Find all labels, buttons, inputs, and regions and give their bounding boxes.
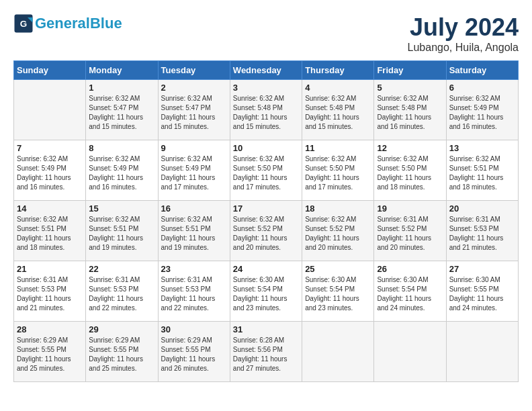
day-number: 5 — [377, 83, 443, 93]
month-title: July 2024 — [408, 13, 519, 42]
title-block: July 2024 Lubango, Huila, Angola — [408, 13, 519, 54]
logo-icon: G — [13, 13, 34, 34]
day-number: 30 — [161, 324, 227, 334]
day-info: Sunrise: 6:29 AMSunset: 5:55 PMDaylight:… — [17, 336, 83, 373]
day-info: Sunrise: 6:32 AMSunset: 5:51 PMDaylight:… — [89, 215, 154, 253]
day-info: Sunrise: 6:32 AMSunset: 5:52 PMDaylight:… — [233, 215, 299, 253]
calendar-cell: 25 Sunrise: 6:30 AMSunset: 5:54 PMDaylig… — [302, 261, 374, 322]
column-header-tuesday: Tuesday — [158, 61, 230, 80]
day-info: Sunrise: 6:32 AMSunset: 5:49 PMDaylight:… — [17, 154, 83, 192]
calendar-cell: 24 Sunrise: 6:30 AMSunset: 5:54 PMDaylig… — [230, 261, 302, 322]
day-info: Sunrise: 6:32 AMSunset: 5:51 PMDaylight:… — [161, 215, 227, 253]
calendar-cell: 9 Sunrise: 6:32 AMSunset: 5:49 PMDayligh… — [158, 140, 230, 201]
calendar-cell: 14 Sunrise: 6:32 AMSunset: 5:51 PMDaylig… — [14, 201, 86, 261]
column-header-saturday: Saturday — [446, 61, 518, 80]
calendar-cell: 28 Sunrise: 6:29 AMSunset: 5:55 PMDaylig… — [14, 322, 86, 382]
day-info: Sunrise: 6:32 AMSunset: 5:48 PMDaylight:… — [305, 94, 371, 132]
day-info: Sunrise: 6:32 AMSunset: 5:51 PMDaylight:… — [449, 154, 515, 192]
calendar-cell: 6 Sunrise: 6:32 AMSunset: 5:49 PMDayligh… — [446, 80, 518, 140]
page-header: G GeneralBlue July 2024 Lubango, Huila, … — [13, 13, 519, 54]
day-number: 27 — [449, 264, 515, 274]
day-number: 20 — [449, 203, 515, 214]
day-number: 25 — [305, 264, 371, 274]
day-info: Sunrise: 6:32 AMSunset: 5:52 PMDaylight:… — [305, 215, 371, 253]
day-number: 3 — [233, 83, 299, 93]
calendar-cell: 20 Sunrise: 6:31 AMSunset: 5:53 PMDaylig… — [446, 201, 518, 261]
day-number: 18 — [305, 203, 371, 214]
calendar-cell: 2 Sunrise: 6:32 AMSunset: 5:47 PMDayligh… — [158, 80, 230, 140]
column-header-thursday: Thursday — [302, 61, 374, 80]
calendar-cell: 4 Sunrise: 6:32 AMSunset: 5:48 PMDayligh… — [302, 80, 374, 140]
day-info: Sunrise: 6:32 AMSunset: 5:49 PMDaylight:… — [449, 94, 515, 132]
day-info: Sunrise: 6:32 AMSunset: 5:49 PMDaylight:… — [161, 154, 227, 192]
day-info: Sunrise: 6:31 AMSunset: 5:52 PMDaylight:… — [377, 215, 443, 253]
column-header-wednesday: Wednesday — [230, 61, 302, 80]
day-number: 7 — [17, 143, 83, 153]
day-number: 28 — [17, 324, 83, 334]
day-number: 21 — [17, 264, 83, 274]
day-number: 26 — [377, 264, 443, 274]
day-number: 10 — [233, 143, 299, 153]
svg-text:G: G — [20, 19, 28, 29]
day-number: 14 — [17, 203, 83, 214]
day-number: 24 — [233, 264, 299, 274]
day-number: 11 — [305, 143, 371, 153]
day-number: 17 — [233, 203, 299, 214]
day-info: Sunrise: 6:32 AMSunset: 5:51 PMDaylight:… — [17, 215, 83, 253]
calendar-cell — [374, 322, 446, 382]
calendar-cell: 13 Sunrise: 6:32 AMSunset: 5:51 PMDaylig… — [446, 140, 518, 201]
day-info: Sunrise: 6:29 AMSunset: 5:55 PMDaylight:… — [89, 336, 154, 373]
day-number: 13 — [449, 143, 515, 153]
day-number: 19 — [377, 203, 443, 214]
day-number: 29 — [89, 324, 154, 334]
day-number: 16 — [161, 203, 227, 214]
day-info: Sunrise: 6:32 AMSunset: 5:47 PMDaylight:… — [161, 94, 227, 132]
calendar-cell: 17 Sunrise: 6:32 AMSunset: 5:52 PMDaylig… — [230, 201, 302, 261]
calendar-table: SundayMondayTuesdayWednesdayThursdayFrid… — [13, 60, 519, 382]
calendar-cell: 5 Sunrise: 6:32 AMSunset: 5:48 PMDayligh… — [374, 80, 446, 140]
day-number: 2 — [161, 83, 227, 93]
calendar-cell: 22 Sunrise: 6:31 AMSunset: 5:53 PMDaylig… — [86, 261, 158, 322]
column-header-monday: Monday — [86, 61, 158, 80]
calendar-cell: 3 Sunrise: 6:32 AMSunset: 5:48 PMDayligh… — [230, 80, 302, 140]
calendar-cell: 8 Sunrise: 6:32 AMSunset: 5:49 PMDayligh… — [86, 140, 158, 201]
calendar-cell: 29 Sunrise: 6:29 AMSunset: 5:55 PMDaylig… — [86, 322, 158, 382]
calendar-cell: 27 Sunrise: 6:30 AMSunset: 5:55 PMDaylig… — [446, 261, 518, 322]
day-info: Sunrise: 6:32 AMSunset: 5:50 PMDaylight:… — [305, 154, 371, 192]
day-info: Sunrise: 6:32 AMSunset: 5:48 PMDaylight:… — [233, 94, 299, 132]
calendar-cell: 30 Sunrise: 6:29 AMSunset: 5:55 PMDaylig… — [158, 322, 230, 382]
day-info: Sunrise: 6:31 AMSunset: 5:53 PMDaylight:… — [449, 215, 515, 253]
day-number: 12 — [377, 143, 443, 153]
logo: G GeneralBlue — [13, 13, 122, 34]
calendar-cell: 12 Sunrise: 6:32 AMSunset: 5:50 PMDaylig… — [374, 140, 446, 201]
calendar-cell: 11 Sunrise: 6:32 AMSunset: 5:50 PMDaylig… — [302, 140, 374, 201]
day-number: 1 — [89, 83, 154, 93]
day-info: Sunrise: 6:30 AMSunset: 5:55 PMDaylight:… — [449, 275, 515, 313]
column-header-sunday: Sunday — [14, 61, 86, 80]
calendar-cell — [302, 322, 374, 382]
logo-text: GeneralBlue — [35, 15, 122, 32]
day-number: 6 — [449, 83, 515, 93]
calendar-cell: 10 Sunrise: 6:32 AMSunset: 5:50 PMDaylig… — [230, 140, 302, 201]
location: Lubango, Huila, Angola — [408, 42, 519, 54]
day-info: Sunrise: 6:29 AMSunset: 5:55 PMDaylight:… — [161, 336, 227, 373]
calendar-cell: 18 Sunrise: 6:32 AMSunset: 5:52 PMDaylig… — [302, 201, 374, 261]
day-number: 8 — [89, 143, 154, 153]
day-info: Sunrise: 6:32 AMSunset: 5:47 PMDaylight:… — [89, 94, 154, 132]
calendar-cell: 19 Sunrise: 6:31 AMSunset: 5:52 PMDaylig… — [374, 201, 446, 261]
calendar-cell: 26 Sunrise: 6:30 AMSunset: 5:54 PMDaylig… — [374, 261, 446, 322]
day-info: Sunrise: 6:30 AMSunset: 5:54 PMDaylight:… — [305, 275, 371, 313]
day-info: Sunrise: 6:30 AMSunset: 5:54 PMDaylight:… — [233, 275, 299, 313]
day-info: Sunrise: 6:31 AMSunset: 5:53 PMDaylight:… — [161, 275, 227, 313]
day-info: Sunrise: 6:31 AMSunset: 5:53 PMDaylight:… — [89, 275, 154, 313]
column-header-friday: Friday — [374, 61, 446, 80]
calendar-cell: 16 Sunrise: 6:32 AMSunset: 5:51 PMDaylig… — [158, 201, 230, 261]
day-number: 15 — [89, 203, 154, 214]
calendar-cell: 15 Sunrise: 6:32 AMSunset: 5:51 PMDaylig… — [86, 201, 158, 261]
day-number: 22 — [89, 264, 154, 274]
calendar-cell: 23 Sunrise: 6:31 AMSunset: 5:53 PMDaylig… — [158, 261, 230, 322]
calendar-cell: 1 Sunrise: 6:32 AMSunset: 5:47 PMDayligh… — [86, 80, 158, 140]
day-info: Sunrise: 6:30 AMSunset: 5:54 PMDaylight:… — [377, 275, 443, 313]
day-number: 4 — [305, 83, 371, 93]
calendar-cell: 7 Sunrise: 6:32 AMSunset: 5:49 PMDayligh… — [14, 140, 86, 201]
